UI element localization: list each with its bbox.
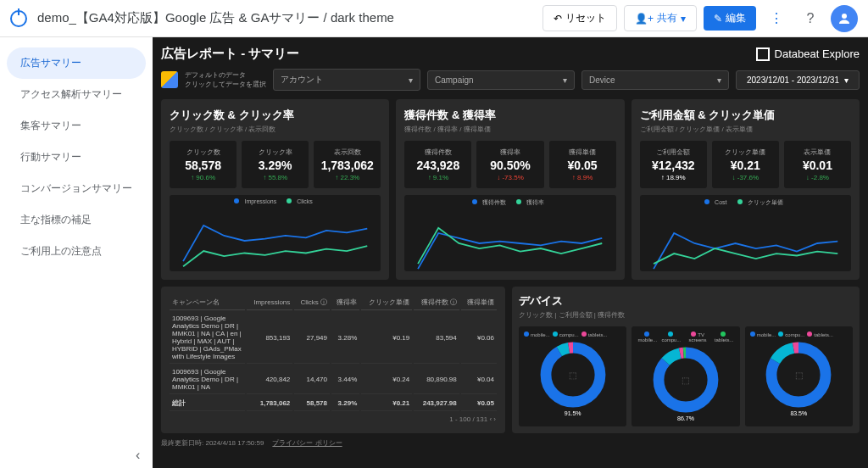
chevron-down-icon: ▾ — [409, 75, 413, 85]
table-pager[interactable]: 1 - 100 / 131 ‹ › — [168, 413, 498, 426]
filter-campaign[interactable]: Campaign▾ — [427, 70, 575, 90]
share-button[interactable]: 👤+ 共有 ▾ — [624, 5, 697, 31]
sidebar-item-access[interactable]: アクセス解析サマリー — [7, 79, 146, 110]
sidebar-item-conversion[interactable]: コンバージョンサマリー — [7, 173, 146, 204]
date-range[interactable]: 2023/12/01 - 2023/12/31▾ — [736, 70, 860, 90]
table-row[interactable]: 1009693 | Google Analytics Demo | DR | M… — [170, 365, 497, 394]
chevron-down-icon: ▾ — [844, 75, 849, 85]
card-subtitle: ご利用金額 / クリック単価 / 表示単価 — [640, 125, 851, 134]
metric: 表示回数1,783,062↑ 22.3% — [314, 141, 381, 188]
table-header[interactable]: Impressions — [247, 295, 293, 310]
device-title: デバイス — [519, 293, 853, 309]
metric: 獲得件数243,928↑ 9.1% — [404, 141, 471, 188]
looker-logo-icon — [10, 10, 27, 27]
donut-chart: mobile...compu...tablets...⬚91.5% — [519, 326, 626, 426]
last-updated: 最終更新日時: 2024/4/18 17:50:59 — [161, 438, 264, 448]
help-button[interactable]: ? — [797, 5, 824, 32]
reset-button[interactable]: ↶ リセット — [542, 5, 617, 31]
dashboard-title: 広告レポート - サマリー — [161, 46, 299, 62]
more-button[interactable]: ⋮ — [763, 5, 790, 32]
brand: Databeat Explore — [756, 47, 860, 61]
card-conversions: 獲得件数 & 獲得率 獲得件数 / 獲得率 / 獲得単価 獲得件数243,928… — [396, 99, 624, 280]
card-title: 獲得件数 & 獲得率 — [404, 108, 615, 123]
sidebar-item-notes[interactable]: ご利用上の注意点 — [7, 236, 146, 267]
campaign-table: キャンペーン名ImpressionsClicks ⓘ獲得率クリック単価獲得件数 … — [161, 287, 505, 433]
chart-conversions: 獲得件数獲得率 — [404, 195, 615, 271]
footer: 最終更新日時: 2024/4/18 17:50:59 プライバシー ポリシー — [161, 438, 860, 448]
chart-clicks: ImpressionsClicks — [170, 195, 381, 271]
top-actions: ↶ リセット 👤+ 共有 ▾ ✎ 編集 ⋮ ? — [542, 5, 858, 32]
chevron-down-icon: ▾ — [563, 75, 567, 85]
table-header[interactable]: Clicks ⓘ — [294, 295, 330, 310]
card-subtitle: クリック数 / クリック率 / 表示回数 — [170, 125, 381, 134]
metric: 表示単価¥0.01↓ -2.8% — [784, 141, 851, 188]
metric: 獲得率90.50%↓ -73.5% — [476, 141, 543, 188]
table-header[interactable]: 獲得率 — [331, 295, 359, 310]
filter-hint: デフォルトのデータクリックしてデータを選択 — [185, 70, 266, 89]
donut-chart: mobile...compu...TV screenstablets...⬚86… — [632, 326, 739, 426]
reset-label: リセット — [565, 11, 606, 25]
card-title: ご利用金額 & クリック単価 — [640, 108, 851, 123]
page-title: demo_【GA4対応版】Google 広告 & GAサマリー / dark t… — [37, 10, 532, 26]
sidebar-item-ad-summary[interactable]: 広告サマリー — [7, 47, 146, 79]
svg-point-0 — [842, 14, 847, 19]
card-cost: ご利用金額 & クリック単価 ご利用金額 / クリック単価 / 表示単価 ご利用… — [632, 99, 860, 280]
edit-label: 編集 — [726, 11, 746, 25]
brand-icon — [756, 47, 770, 61]
privacy-link[interactable]: プライバシー ポリシー — [272, 438, 342, 448]
table-total: 総計1,783,06258,5783.29%¥0.21243,927.98¥0.… — [170, 396, 497, 411]
metric: 獲得単価¥0.05↑ 8.9% — [549, 141, 616, 188]
filter-account[interactable]: アカウント▾ — [273, 69, 420, 91]
top-bar: demo_【GA4対応版】Google 広告 & GAサマリー / dark t… — [0, 0, 868, 37]
dashboard: 広告レポート - サマリー Databeat Explore デフォルトのデータ… — [153, 37, 868, 468]
table-header[interactable]: キャンペーン名 — [170, 295, 245, 310]
device-card: デバイス クリック数 | ご利用金額 | 獲得件数 mobile...compu… — [512, 287, 860, 433]
brand-label: Databeat Explore — [775, 47, 860, 60]
card-title: クリック数 & クリック率 — [170, 108, 381, 123]
sidebar-item-behavior[interactable]: 行動サマリー — [7, 142, 146, 173]
donut-chart: mobile...compu...tablets...⬚83.5% — [745, 326, 853, 426]
chevron-down-icon: ▾ — [717, 75, 721, 85]
avatar[interactable] — [831, 5, 858, 32]
metric: クリック率3.29%↑ 55.8% — [242, 141, 309, 188]
card-clicks: クリック数 & クリック率 クリック数 / クリック率 / 表示回数 クリック数… — [161, 99, 389, 280]
collapse-sidebar-icon[interactable]: ‹ — [136, 448, 140, 463]
filter-device[interactable]: Device▾ — [581, 70, 729, 90]
metric: クリック単価¥0.21↓ -37.6% — [712, 141, 779, 188]
sidebar: 広告サマリー アクセス解析サマリー 集客サマリー 行動サマリー コンバージョンサ… — [0, 37, 153, 468]
table-row[interactable]: 1009693 | Google Analytics Demo | DR | M… — [170, 312, 497, 364]
filter-bar: デフォルトのデータクリックしてデータを選択 アカウント▾ Campaign▾ D… — [161, 69, 860, 91]
table-header[interactable]: クリック単価 — [361, 295, 412, 310]
device-subtitle: クリック数 | ご利用金額 | 獲得件数 — [519, 310, 853, 320]
metric: ご利用金額¥12,432↑ 18.9% — [640, 141, 707, 188]
sidebar-item-metrics[interactable]: 主な指標の補足 — [7, 204, 146, 236]
metric: クリック数58,578↑ 90.6% — [170, 141, 236, 188]
chart-cost: Costクリック単価 — [640, 195, 851, 271]
edit-button[interactable]: ✎ 編集 — [704, 6, 756, 31]
share-label: 共有 — [657, 11, 677, 25]
card-subtitle: 獲得件数 / 獲得率 / 獲得単価 — [404, 125, 615, 134]
google-ads-icon — [161, 71, 178, 88]
table-header[interactable]: 獲得単価 — [461, 295, 497, 310]
table-header[interactable]: 獲得件数 ⓘ — [414, 295, 459, 310]
sidebar-item-acquisition[interactable]: 集客サマリー — [7, 110, 146, 142]
